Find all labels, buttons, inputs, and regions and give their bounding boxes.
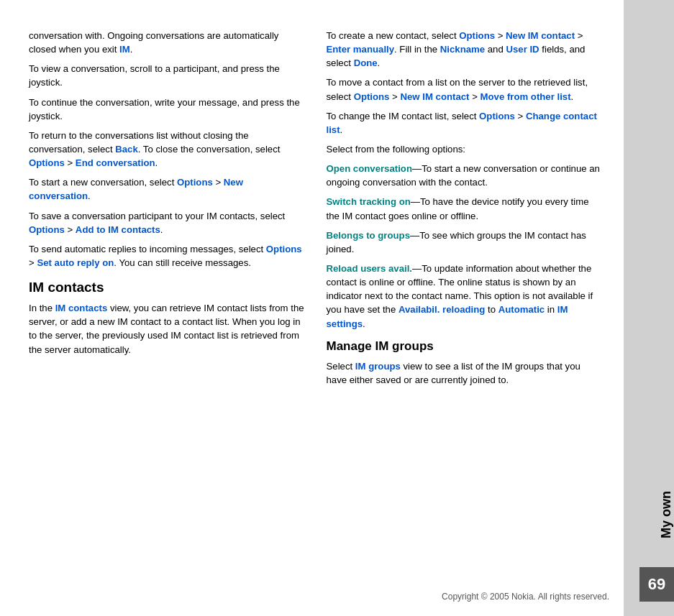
page-container: conversation with. Ongoing conversations…	[0, 0, 674, 616]
para-reload-users: Reload users avail.—To update informatio…	[327, 262, 603, 331]
manage-im-groups-heading: Manage IM groups	[327, 339, 603, 354]
main-content: conversation with. Ongoing conversations…	[0, 0, 624, 616]
enter-manually-link: Enter manually	[327, 44, 395, 55]
para-view: To view a conversation, scroll to a part…	[29, 62, 305, 89]
new-im-contact-link-2: New IM contact	[400, 91, 469, 102]
open-convo-label: Open conversation	[327, 163, 412, 174]
options-link-1: Options	[29, 157, 65, 168]
switch-tracking-label: Switch tracking on	[327, 196, 411, 207]
left-column: conversation with. Ongoing conversations…	[29, 29, 305, 594]
availabil-reloading-link: Availabil. reloading	[399, 304, 485, 315]
para-create-new: To create a new contact, select Options …	[327, 29, 603, 70]
sidebar: My own 69	[624, 0, 674, 616]
options-r1: Options	[459, 30, 495, 41]
sidebar-label: My own	[655, 491, 674, 538]
right-column: To create a new contact, select Options …	[327, 29, 603, 594]
para-im-contacts: In the IM contacts view, you can retriev…	[29, 301, 305, 357]
para-start-new: To start a new conversation, select Opti…	[29, 175, 305, 203]
im-contacts-heading: IM contacts	[29, 280, 305, 295]
options-link-2: Options	[177, 177, 213, 188]
im-groups-link: IM groups	[355, 361, 401, 372]
end-convo-link: End conversation	[76, 157, 155, 168]
para-continue: To continue the conversation, write your…	[29, 96, 305, 123]
para-return: To return to the conversations list with…	[29, 129, 305, 170]
done-link: Done	[354, 58, 378, 68]
reload-users-label: Reload users avail.	[327, 263, 412, 274]
para-open-convo: Open conversation—To start a new convers…	[327, 162, 603, 189]
move-from-link: Move from other list	[481, 91, 571, 102]
para-save: To save a conversation participant to yo…	[29, 209, 305, 236]
change-contact-list-link: Change contact list	[327, 111, 597, 135]
im-contacts-link: IM contacts	[55, 303, 108, 313]
para-change-list: To change the IM contact list, select Op…	[327, 109, 603, 137]
add-to-im-link: Add to IM contacts	[76, 224, 160, 235]
footer-copyright: Copyright © 2005 Nokia. All rights reser…	[442, 592, 609, 602]
options-r3: Options	[479, 111, 515, 121]
para-ongoing: conversation with. Ongoing conversations…	[29, 29, 305, 56]
para-auto-reply: To send automatic replies to incoming me…	[29, 242, 305, 270]
para-switch-tracking: Switch tracking on—To have the device no…	[327, 195, 603, 222]
options-r2: Options	[354, 91, 390, 102]
para-select-following: Select from the following options:	[327, 142, 603, 156]
im-link-1: IM	[119, 44, 130, 55]
set-auto-reply-link: Set auto reply on	[37, 257, 114, 268]
page-number: 69	[639, 567, 674, 602]
para-move-contact: To move a contact from a list on the ser…	[327, 75, 603, 103]
para-manage-im: Select IM groups view to see a list of t…	[327, 359, 603, 387]
new-im-contact-link: New IM contact	[506, 30, 575, 41]
user-id-link: User ID	[506, 44, 539, 55]
back-link: Back	[115, 144, 138, 155]
options-link-3: Options	[29, 224, 65, 235]
belongs-to-groups-label: Belongs to groups	[327, 230, 411, 241]
automatic-link: Automatic	[498, 304, 545, 315]
nickname-link: Nickname	[440, 44, 485, 55]
para-belongs-to-groups: Belongs to groups—To see which groups th…	[327, 229, 603, 256]
options-link-4: Options	[266, 244, 302, 254]
